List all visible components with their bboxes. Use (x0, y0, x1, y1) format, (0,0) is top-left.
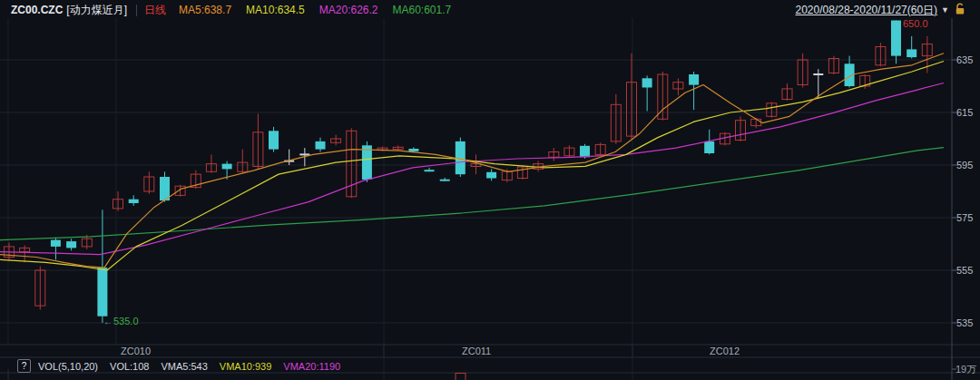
period-tab-daily[interactable]: 日线 (144, 3, 166, 18)
vol-settings-label[interactable]: VOL(5,10,20) (38, 361, 98, 372)
chart-canvas[interactable] (0, 0, 980, 380)
low-price-annotation: ← 535.0 (103, 316, 139, 326)
arrow-left-icon: ← (893, 19, 902, 29)
volume-axis-label: 19万 (956, 363, 976, 376)
candlestick-chart[interactable] (0, 0, 980, 380)
ma20-value-label: MA20:626.2 (319, 4, 378, 16)
vma20-value: VMA20:1190 (283, 361, 340, 372)
ma10-value-label: MA10:634.5 (246, 4, 305, 16)
volume-indicator-row: ? VOL(5,10,20) VOL:108 VMA5:543 VMA10:93… (0, 359, 944, 373)
help-icon[interactable]: ? (17, 359, 31, 373)
ma60-value-label: MA60:601.7 (393, 4, 452, 16)
xaxis-label-zc012: ZC012 (710, 346, 740, 356)
chevron-down-icon[interactable]: ▼ (941, 5, 949, 15)
xaxis-label-zc010: ZC010 (121, 346, 151, 356)
ma5-value-label: MA5:638.7 (179, 4, 231, 16)
vma10-value: VMA10:939 (220, 361, 271, 372)
arrow-left-icon: ← (103, 317, 113, 326)
instrument-symbol: ZC00.CZC (11, 4, 63, 16)
low-price-value: 535.0 (113, 316, 139, 326)
vol-value: VOL:108 (110, 361, 149, 372)
unlock-icon[interactable] (955, 3, 965, 18)
vma5-value: VMA5:543 (161, 361, 207, 372)
divider (136, 5, 137, 16)
xaxis-label-zc011: ZC011 (462, 346, 491, 356)
instrument-name: [动力煤近月] (66, 3, 127, 18)
date-range-selector[interactable]: 2020/08/28-2020/11/27(60日) (796, 3, 938, 18)
toolbar: ZC00.CZC [动力煤近月] 日线 MA5:638.7 MA10:634.5… (0, 0, 980, 20)
